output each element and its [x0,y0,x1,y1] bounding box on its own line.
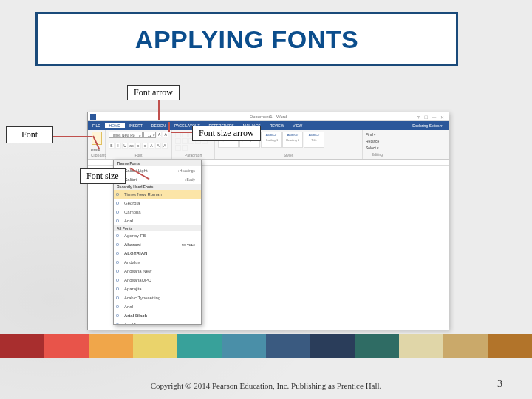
callout-font-arrow: Font arrow [127,85,180,100]
clipboard-label: Clipboard [91,153,102,157]
slide-title: APPLYING FONTS [135,25,358,54]
underline-button[interactable]: U [122,143,128,149]
font-item[interactable]: OArial [114,302,201,311]
font-item[interactable]: OAparajita [114,284,201,293]
ribbon-tabs: FILE HOME INSERT DESIGN PAGE LAYOUT REFE… [88,121,449,130]
shrink-font-button[interactable]: A [163,132,168,137]
font-item[interactable]: OCalibri Light+Headings [114,166,201,175]
window-controls[interactable]: ? ☐ — ✕ [417,113,446,122]
font-item[interactable]: OArial [114,216,201,225]
font-arrow-icon[interactable]: ▾ [139,133,141,139]
theme-fonts-header: Theme Fonts [114,160,201,166]
leader-line [168,122,170,132]
page-number: 3 [497,378,502,390]
ribbon: Paste Clipboard Times New Ro▾ 12▾ A A B … [88,130,449,160]
font-item[interactable]: OArabic Typesetting [114,293,201,302]
all-fonts-header: All Fonts [114,225,201,231]
text-effects-button[interactable]: A [149,143,154,149]
tab-design[interactable]: DESIGN [147,123,170,128]
font-item[interactable]: OAngsanaUPC [114,276,201,284]
italic-button[interactable]: I [115,143,121,149]
slide-title-box: APPLYING FONTS [35,12,458,66]
callout-font-size: Font size [80,168,126,184]
recent-fonts-header: Recently Used Fonts [114,184,201,190]
font-item[interactable]: OAndalus [114,258,201,267]
account-label[interactable]: Exploring Series ▾ [408,123,449,128]
font-size-combo[interactable]: 12▾ [143,132,156,138]
tab-insert[interactable]: INSERT [125,123,147,128]
doc-placeholder: (Heading) (Body) [177,171,383,180]
grow-font-button[interactable]: A [157,132,163,137]
font-group-label: Font [109,153,168,157]
color-stripe [0,334,532,358]
font-item[interactable]: OAharoniאבגד הוז [114,240,201,249]
document-title: Document1 - Word [250,115,287,119]
word-titlebar: Document1 - Word ? ☐ — ✕ [88,112,449,121]
leader-line [158,98,160,120]
font-item[interactable]: OArial Black [114,311,201,320]
font-dropdown[interactable]: Theme Fonts OCalibri Light+Headings OCal… [113,160,202,325]
callout-font: Font [6,126,53,143]
font-item[interactable]: OArial Narrow [114,320,201,325]
strike-button[interactable]: ab [129,143,134,149]
word-window: Document1 - Word ? ☐ — ✕ FILE HOME INSER… [87,112,449,330]
document-area[interactable]: (Heading) (Body) Theme Fonts OCalibri Li… [88,160,449,330]
font-color-button[interactable]: A [162,143,168,149]
find-button[interactable]: Find ▾ [366,132,389,137]
editing-group: Find ▾ Replace Select ▾ Editing [363,130,392,159]
tab-review[interactable]: REVIEW [265,123,289,128]
font-item[interactable]: OTimes New Roman [114,190,201,199]
select-button[interactable]: Select ▾ [366,145,389,151]
highlight-button[interactable]: A [155,143,161,149]
word-logo-icon [90,114,96,120]
superscript-button[interactable]: x [142,143,148,149]
style-title[interactable]: AaBbCcTitle [304,132,324,148]
subscript-button[interactable]: x [135,143,141,149]
font-item[interactable]: OAgency FB [114,231,201,240]
copyright-footer: Copyright © 2014 Pearson Education, Inc.… [0,381,532,390]
editing-label: Editing [366,151,389,157]
leader-line [171,132,192,133]
font-size-arrow-icon[interactable]: ▾ [153,132,155,138]
styles-label: Styles [218,153,359,157]
paragraph-label: Paragraph [175,153,211,157]
font-item[interactable]: OCambria [114,208,201,216]
font-item[interactable]: OCalibri+Body [114,175,201,184]
tab-file[interactable]: FILE [88,123,105,128]
font-item[interactable]: OAngsana New [114,267,201,276]
tab-home[interactable]: HOME [105,123,125,128]
style-heading2[interactable]: AaBbCcHeading 2 [282,132,303,148]
style-heading1[interactable]: AaBbCcHeading 1 [261,132,282,148]
paste-label: Paste [91,148,102,152]
font-item[interactable]: OGeorgia [114,199,201,208]
font-name-combo[interactable]: Times New Ro▾ [109,132,143,138]
tab-view[interactable]: VIEW [288,123,307,128]
bold-button[interactable]: B [109,143,115,149]
replace-button[interactable]: Replace [366,138,389,144]
callout-font-size-arrow: Font size arrow [192,126,261,141]
font-group: Times New Ro▾ 12▾ A A B I U ab x x A A A… [106,130,172,159]
font-item[interactable]: OALGERIAN [114,249,201,258]
